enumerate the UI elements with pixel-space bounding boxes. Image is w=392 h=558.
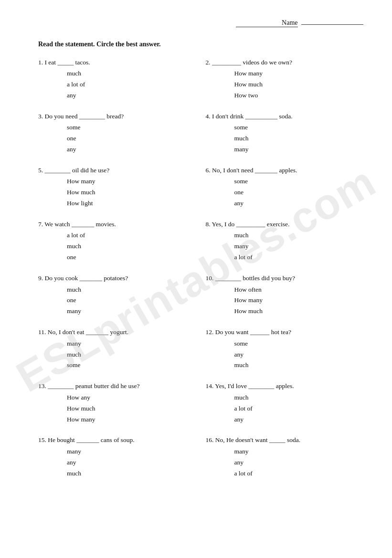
- option: How any: [67, 392, 196, 403]
- question-block-7: 7. We watch _______ movies.a lot ofmucho…: [38, 220, 196, 263]
- option: much: [67, 468, 196, 479]
- option: How often: [234, 284, 364, 295]
- options-11: manymuchsome: [38, 338, 196, 371]
- option: any: [67, 144, 196, 155]
- options-1: mucha lot ofany: [38, 68, 196, 101]
- options-16: manyanya lot of: [206, 446, 364, 479]
- option: much: [234, 360, 364, 371]
- options-14: mucha lot ofany: [206, 392, 364, 425]
- option: many: [67, 306, 196, 317]
- option: How much: [67, 403, 196, 414]
- options-12: someanymuch: [206, 338, 364, 371]
- option: any: [234, 349, 364, 360]
- question-stem-8: 8. Yes, I do _________ exercise.: [206, 220, 364, 229]
- options-7: a lot ofmuchone: [38, 230, 196, 263]
- option: a lot of: [234, 468, 364, 479]
- option: many: [67, 338, 196, 349]
- option: a lot of: [234, 403, 364, 414]
- questions-grid: 1. I eat _____ tacos.mucha lot ofany2. _…: [38, 58, 363, 490]
- options-4: somemuchmany: [206, 122, 364, 155]
- options-15: manyanymuch: [38, 446, 196, 479]
- options-2: How manyHow muchHow two: [206, 68, 364, 101]
- question-block-8: 8. Yes, I do _________ exercise.muchmany…: [206, 220, 364, 263]
- option: much: [234, 133, 364, 144]
- question-stem-13: 13. ________ peanut butter did he use?: [38, 381, 196, 391]
- question-stem-1: 1. I eat _____ tacos.: [38, 58, 196, 67]
- option: How much: [234, 306, 364, 317]
- question-block-13: 13. ________ peanut butter did he use?Ho…: [38, 381, 196, 425]
- question-block-6: 6. No, I don't need _______ apples.someo…: [206, 166, 364, 209]
- option: some: [67, 360, 196, 371]
- question-stem-11: 11. No, I don't eat _______ yogurt.: [38, 327, 196, 337]
- name-line: Name: [38, 19, 363, 27]
- question-block-3: 3. Do you need ________ bread?someoneany: [38, 112, 196, 155]
- question-stem-3: 3. Do you need ________ bread?: [38, 112, 196, 121]
- question-stem-14: 14. Yes, I'd love ________ apples.: [206, 381, 364, 391]
- question-block-12: 12. Do you want ______ hot tea?someanymu…: [206, 327, 364, 371]
- options-5: How manyHow muchHow light: [38, 176, 196, 209]
- options-9: muchonemany: [38, 284, 196, 317]
- question-block-5: 5. ________ oil did he use?How manyHow m…: [38, 166, 196, 209]
- option: much: [67, 68, 196, 79]
- name-blank: [301, 24, 363, 25]
- option: one: [234, 187, 364, 198]
- option: any: [234, 198, 364, 209]
- option: How two: [234, 90, 364, 101]
- option: one: [67, 133, 196, 144]
- option: some: [234, 338, 364, 349]
- question-stem-12: 12. Do you want ______ hot tea?: [206, 327, 364, 337]
- options-13: How anyHow muchHow many: [38, 392, 196, 425]
- question-stem-10: 10. ________ bottles did you buy?: [206, 274, 364, 283]
- option: one: [67, 252, 196, 263]
- question-stem-4: 4. I don't drink __________ soda.: [206, 112, 364, 121]
- instructions: Read the statement. Circle the best answ…: [38, 41, 363, 48]
- option: much: [67, 241, 196, 252]
- option: much: [67, 349, 196, 360]
- worksheet-page: ESLprintables.com Name Read the statemen…: [0, 0, 392, 558]
- question-stem-5: 5. ________ oil did he use?: [38, 166, 196, 175]
- options-10: How oftenHow manyHow much: [206, 284, 364, 317]
- option: a lot of: [67, 79, 196, 90]
- question-block-4: 4. I don't drink __________ soda.somemuc…: [206, 112, 364, 155]
- option: much: [234, 392, 364, 403]
- question-block-16: 16. No, He doesn't want _____ soda.manya…: [206, 435, 364, 479]
- option: many: [234, 241, 364, 252]
- option: a lot of: [234, 252, 364, 263]
- question-stem-2: 2. _________ videos do we own?: [206, 58, 364, 67]
- question-block-15: 15. He bought _______ cans of soup.manya…: [38, 435, 196, 479]
- option: How much: [67, 187, 196, 198]
- name-label: Name: [236, 19, 298, 27]
- question-stem-9: 9. Do you cook _______ potatoes?: [38, 274, 196, 283]
- option: any: [67, 90, 196, 101]
- question-stem-7: 7. We watch _______ movies.: [38, 220, 196, 229]
- question-block-11: 11. No, I don't eat _______ yogurt.manym…: [38, 327, 196, 371]
- question-stem-16: 16. No, He doesn't want _____ soda.: [206, 435, 364, 445]
- option: many: [67, 446, 196, 457]
- option: How many: [67, 414, 196, 425]
- question-block-1: 1. I eat _____ tacos.mucha lot ofany: [38, 58, 196, 101]
- question-block-9: 9. Do you cook _______ potatoes?muchonem…: [38, 274, 196, 317]
- option: some: [67, 122, 196, 133]
- question-stem-15: 15. He bought _______ cans of soup.: [38, 435, 196, 445]
- option: some: [234, 176, 364, 187]
- option: some: [234, 122, 364, 133]
- question-block-2: 2. _________ videos do we own?How manyHo…: [206, 58, 364, 101]
- question-block-10: 10. ________ bottles did you buy?How oft…: [206, 274, 364, 317]
- options-8: muchmanya lot of: [206, 230, 364, 263]
- option: How many: [234, 295, 364, 306]
- option: How many: [234, 68, 364, 79]
- options-3: someoneany: [38, 122, 196, 155]
- option: many: [234, 144, 364, 155]
- option: How many: [67, 176, 196, 187]
- option: How light: [67, 198, 196, 209]
- options-6: someoneany: [206, 176, 364, 209]
- option: any: [67, 457, 196, 468]
- question-block-14: 14. Yes, I'd love ________ apples.mucha …: [206, 381, 364, 425]
- option: much: [67, 284, 196, 295]
- option: any: [234, 457, 364, 468]
- option: one: [67, 295, 196, 306]
- question-stem-6: 6. No, I don't need _______ apples.: [206, 166, 364, 175]
- option: much: [234, 230, 364, 241]
- option: any: [234, 414, 364, 425]
- option: How much: [234, 79, 364, 90]
